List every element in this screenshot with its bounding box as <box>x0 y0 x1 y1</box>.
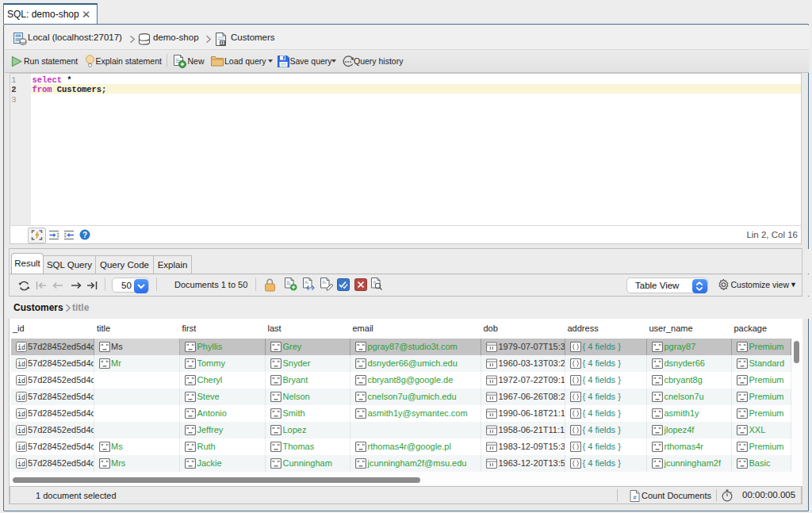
svg-text:id: id <box>17 411 25 419</box>
svg-text:id: id <box>17 361 25 369</box>
svg-text:id: id <box>17 461 25 469</box>
svg-text:id: id <box>17 344 25 352</box>
svg-text:?: ? <box>82 231 87 239</box>
svg-text:#: # <box>633 493 637 500</box>
svg-text:id: id <box>17 394 25 402</box>
svg-text:id: id <box>17 444 25 452</box>
svg-text:id: id <box>17 377 25 385</box>
svg-text:id: id <box>17 427 25 435</box>
